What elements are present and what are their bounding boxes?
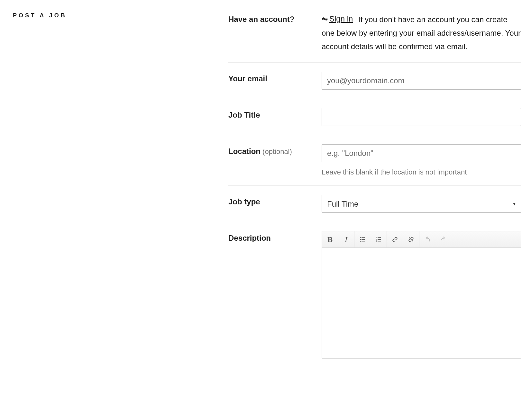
svg-rect-11	[378, 241, 381, 242]
job-type-label: Job type	[228, 197, 260, 206]
location-input[interactable]	[322, 144, 521, 162]
italic-button[interactable]: I	[338, 231, 354, 247]
bold-button[interactable]: B	[322, 231, 338, 247]
svg-point-4	[360, 241, 361, 242]
sidebar: Post a Job	[13, 10, 209, 19]
unlink-button[interactable]	[403, 231, 419, 247]
svg-point-0	[360, 237, 361, 238]
svg-rect-7	[378, 237, 381, 238]
bold-icon: B	[327, 235, 333, 244]
field-row-job-type: Job type Full Time ▼	[228, 186, 521, 222]
field-row-location: Location (optional) Leave this blank if …	[228, 135, 521, 186]
svg-rect-9	[378, 239, 381, 240]
undo-button[interactable]	[419, 231, 435, 247]
link-icon	[391, 236, 398, 243]
job-title-input[interactable]	[322, 108, 521, 126]
location-label: Location (optional)	[228, 147, 292, 156]
description-editor: B I	[322, 231, 521, 359]
link-button[interactable]	[387, 231, 403, 247]
email-label: Your email	[228, 74, 267, 83]
account-label: Have an account?	[228, 15, 294, 23]
ordered-list-button[interactable]: 1 2 3	[371, 231, 387, 247]
field-row-account: Have an account? Sign in If you don't ha…	[228, 10, 521, 63]
editor-toolbar: B I	[322, 231, 521, 248]
svg-text:3: 3	[376, 240, 377, 242]
location-optional-suffix: (optional)	[261, 147, 292, 156]
email-input[interactable]	[322, 72, 521, 90]
description-textarea[interactable]	[322, 248, 521, 358]
italic-icon: I	[345, 235, 347, 244]
sign-in-link[interactable]: Sign in	[322, 12, 353, 26]
ordered-list-icon: 1 2 3	[375, 236, 382, 243]
job-form: Have an account? Sign in If you don't ha…	[228, 10, 521, 368]
redo-icon	[440, 236, 447, 243]
sign-in-link-label: Sign in	[329, 12, 353, 26]
key-icon	[322, 16, 328, 23]
field-row-job-title: Job Title	[228, 99, 521, 135]
description-label: Description	[228, 234, 271, 242]
redo-button[interactable]	[435, 231, 452, 247]
page-title: Post a Job	[13, 12, 209, 19]
field-row-description: Description B I	[228, 222, 521, 368]
account-info-block: Sign in If you don't have an account you…	[322, 12, 521, 53]
unordered-list-button[interactable]	[354, 231, 371, 247]
job-type-select[interactable]: Full Time	[322, 195, 521, 213]
svg-rect-1	[362, 237, 365, 238]
location-helper-text: Leave this blank if the location is not …	[322, 168, 521, 176]
svg-rect-3	[362, 239, 365, 240]
undo-icon	[424, 236, 431, 243]
unordered-list-icon	[359, 236, 366, 243]
svg-rect-5	[362, 241, 365, 242]
unlink-icon	[407, 236, 415, 243]
svg-point-2	[360, 239, 361, 240]
job-title-label: Job Title	[228, 111, 260, 119]
field-row-email: Your email	[228, 63, 521, 99]
